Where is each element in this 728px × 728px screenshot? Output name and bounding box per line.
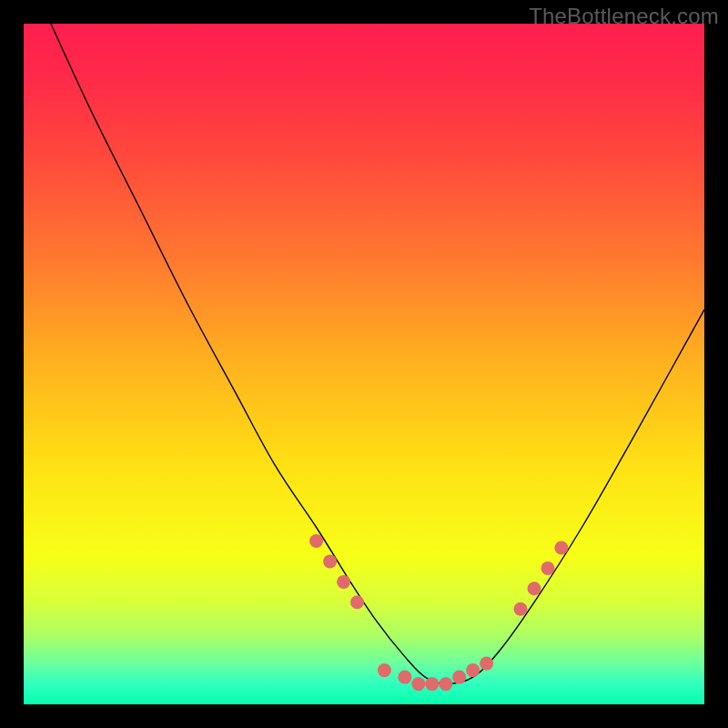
highlight-dot (452, 671, 466, 684)
watermark-text: TheBottleneck.com (529, 4, 719, 29)
highlight-dot (398, 671, 411, 684)
highlight-dot (528, 581, 541, 595)
highlight-dot (425, 677, 439, 691)
highlight-dot (350, 595, 364, 609)
highlight-dot (541, 561, 555, 575)
chart-svg (24, 24, 704, 704)
highlight-dot (480, 657, 493, 671)
highlight-dot (554, 541, 568, 555)
highlight-dot (411, 677, 425, 691)
chart-frame: TheBottleneck.com (0, 0, 728, 728)
highlight-dot (378, 663, 391, 677)
highlight-dot (323, 554, 337, 568)
highlight-dot (337, 575, 350, 589)
plot-area (24, 24, 704, 704)
highlight-dot (514, 602, 528, 616)
highlight-dot (309, 534, 323, 548)
highlight-dot (439, 677, 452, 691)
highlight-dot (466, 663, 480, 677)
